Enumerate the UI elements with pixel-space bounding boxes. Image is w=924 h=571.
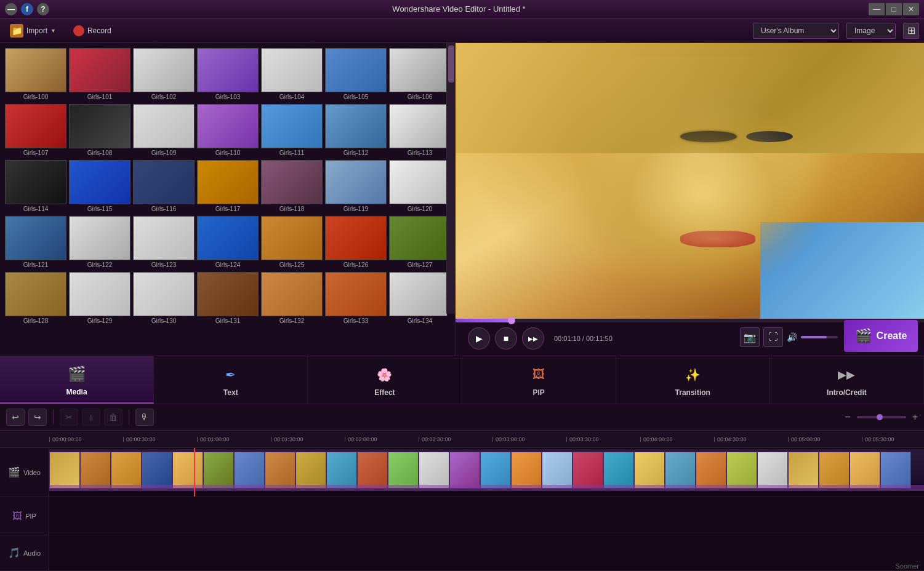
tab-pip-icon: 🖼: [528, 364, 550, 386]
delete-button[interactable]: 🗑: [104, 409, 123, 426]
play-button[interactable]: ▶: [468, 327, 490, 349]
type-select[interactable]: Image Video Audio All: [846, 23, 896, 39]
thumb-item-girls-110[interactable]: Girls-110: [197, 104, 259, 158]
undo-button[interactable]: ↩: [6, 409, 25, 426]
volume-icon[interactable]: 🔊: [787, 332, 797, 342]
thumb-item-girls-117[interactable]: Girls-117: [197, 160, 259, 214]
import-button[interactable]: 📁 Import ▼: [5, 22, 61, 40]
thumb-item-girls-111[interactable]: Girls-111: [261, 104, 323, 158]
tab-effect[interactable]: 🌸 Effect: [308, 356, 462, 404]
thumb-item-girls-114[interactable]: Girls-114: [5, 160, 66, 214]
thumb-item-girls-106[interactable]: Girls-106: [389, 48, 447, 102]
media-scrollbar[interactable]: [446, 43, 455, 314]
minimize-button[interactable]: —: [869, 3, 885, 15]
thumb-item-girls-122[interactable]: Girls-122: [69, 216, 131, 270]
tab-media[interactable]: 🎬 Media: [0, 356, 154, 404]
thumb-img-inner-girls-114: [6, 161, 66, 204]
thumb-item-girls-126[interactable]: Girls-126: [325, 216, 387, 270]
thumb-item-girls-118[interactable]: Girls-118: [261, 160, 323, 214]
close-button[interactable]: ✕: [903, 3, 919, 15]
tab-transition[interactable]: ✨ Transition: [616, 356, 770, 404]
vthumb-4: [142, 452, 172, 489]
thumb-item-girls-131[interactable]: Girls-131: [197, 272, 259, 325]
thumb-img-inner-girls-122: [70, 217, 130, 260]
thumb-item-girls-119[interactable]: Girls-119: [325, 160, 387, 214]
tab-text[interactable]: ✒ Text: [154, 356, 308, 404]
thumb-item-girls-102[interactable]: Girls-102: [133, 48, 195, 102]
thumb-item-girls-107[interactable]: Girls-107: [5, 104, 66, 158]
media-scrollbar-thumb[interactable]: [448, 46, 454, 82]
audio-track-content[interactable]: [49, 535, 924, 570]
thumb-item-girls-130[interactable]: Girls-130: [133, 272, 195, 325]
zoom-slider-thumb[interactable]: [877, 414, 883, 420]
grid-view-button[interactable]: ⊞: [903, 23, 919, 39]
thumb-label-girls-116: Girls-116: [133, 204, 195, 214]
thumb-item-girls-134[interactable]: Girls-134: [389, 272, 447, 325]
split-button[interactable]: ||: [82, 409, 100, 426]
tab-pip[interactable]: 🖼 PIP: [462, 356, 616, 404]
thumb-item-girls-129[interactable]: Girls-129: [69, 272, 131, 325]
album-select[interactable]: User's Album All Media Videos Photos: [753, 23, 839, 39]
facebook-sys-icon[interactable]: f: [21, 3, 33, 15]
thumb-item-girls-115[interactable]: Girls-115: [69, 160, 131, 214]
tab-effect-label: Effect: [374, 388, 395, 397]
vthumb-15: [480, 452, 511, 489]
vthumb-27: [850, 452, 880, 489]
tab-transition-icon: ✨: [681, 364, 704, 386]
forward-button[interactable]: ▶▶: [522, 327, 544, 349]
thumb-img-inner-girls-134: [390, 273, 447, 316]
maximize-button[interactable]: □: [886, 3, 902, 15]
thumb-img-inner-girls-133: [326, 273, 386, 316]
thumb-item-girls-101[interactable]: Girls-101: [69, 48, 131, 102]
zoom-minus-icon[interactable]: −: [845, 412, 850, 423]
titlebar: — f ? Wondershare Video Editor - Untitle…: [0, 0, 924, 18]
screenshot-button[interactable]: 📷: [740, 327, 760, 347]
time-mark-line-3: [271, 437, 271, 442]
fullscreen-button[interactable]: ⛶: [763, 327, 783, 347]
thumb-item-girls-116[interactable]: Girls-116: [133, 160, 195, 214]
thumb-item-girls-124[interactable]: Girls-124: [197, 216, 259, 270]
preview-right-controls: 📷 ⛶ 🔊: [740, 327, 838, 347]
time-mark-2: 00:01:00:00: [197, 436, 271, 442]
thumb-item-girls-125[interactable]: Girls-125: [261, 216, 323, 270]
help-sys-icon[interactable]: ?: [37, 3, 49, 15]
thumb-item-girls-132[interactable]: Girls-132: [261, 272, 323, 325]
tab-intro-credit[interactable]: ▶▶ Intro/Credit: [770, 356, 924, 404]
thumb-item-girls-104[interactable]: Girls-104: [261, 48, 323, 102]
video-track-content[interactable]: [49, 448, 924, 497]
video-strip: [49, 449, 924, 491]
thumb-item-girls-105[interactable]: Girls-105: [325, 48, 387, 102]
thumb-item-girls-103[interactable]: Girls-103: [197, 48, 259, 102]
pip-track-content[interactable]: [49, 497, 924, 535]
record-button[interactable]: Record: [68, 23, 116, 39]
thumb-item-girls-113[interactable]: Girls-113: [389, 104, 447, 158]
voiceover-button[interactable]: 🎙: [135, 409, 154, 426]
thumb-item-girls-109[interactable]: Girls-109: [133, 104, 195, 158]
thumb-item-girls-133[interactable]: Girls-133: [325, 272, 387, 325]
create-button[interactable]: 🎬 Create: [844, 320, 918, 352]
volume-slider[interactable]: [801, 336, 838, 338]
thumb-item-girls-108[interactable]: Girls-108: [69, 104, 131, 158]
thumb-label-girls-123: Girls-123: [133, 260, 195, 270]
redo-button[interactable]: ↪: [28, 409, 47, 426]
eye-right: [746, 131, 793, 142]
zoom-plus-icon[interactable]: +: [912, 412, 918, 423]
thumb-item-girls-127[interactable]: Girls-127: [389, 216, 447, 270]
progress-thumb[interactable]: [508, 317, 515, 324]
thumb-img-girls-115: [69, 160, 131, 204]
time-mark-9: 00:04:30:00: [714, 436, 788, 442]
thumb-item-girls-121[interactable]: Girls-121: [5, 216, 66, 270]
cut-button[interactable]: ✂: [60, 409, 78, 426]
zoom-slider[interactable]: [857, 416, 906, 418]
thumb-item-girls-112[interactable]: Girls-112: [325, 104, 387, 158]
thumb-item-girls-128[interactable]: Girls-128: [5, 272, 66, 325]
vthumb-5: [172, 452, 203, 489]
thumb-item-girls-123[interactable]: Girls-123: [133, 216, 195, 270]
thumb-img-inner-girls-109: [134, 105, 194, 148]
thumb-item-girls-120[interactable]: Girls-120: [389, 160, 447, 214]
thumb-item-girls-100[interactable]: Girls-100: [5, 48, 66, 102]
thumb-img-inner-girls-105: [326, 49, 386, 92]
tab-text-label: Text: [223, 388, 238, 397]
minimize-sys-icon[interactable]: —: [5, 3, 17, 15]
stop-button[interactable]: ■: [495, 327, 517, 349]
